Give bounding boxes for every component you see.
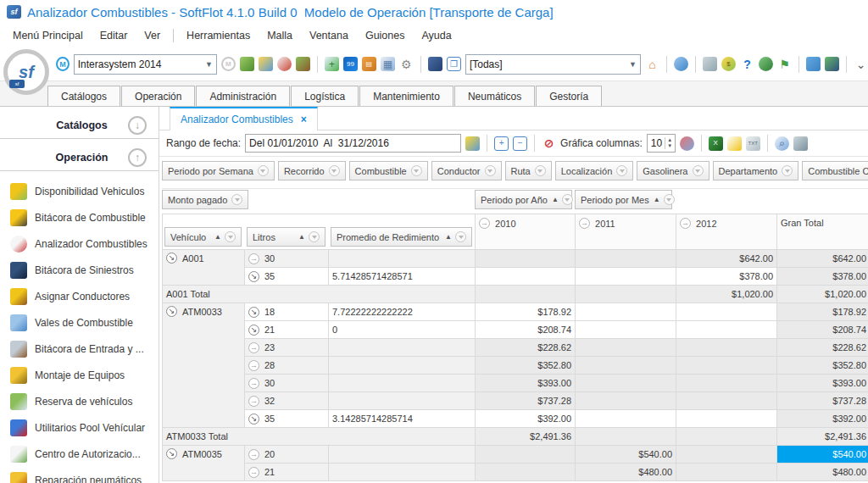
field-chip-monto-pagado[interactable]: Monto pagado [162,190,248,209]
filter-funnel-icon[interactable] [231,194,242,205]
pivot-value-cell-2012[interactable]: $642.00 [676,250,777,268]
pivot-value-cell-2011[interactable] [576,303,676,321]
pivot-value-cell-2012[interactable] [676,410,777,428]
pivot-litros-cell[interactable]: ↘18 [245,303,329,321]
sidebar-item-bitacora-de-entrada-y[interactable]: Bitácora de Entrada y ... [10,336,159,362]
pivot-value-cell-2010[interactable] [476,446,576,464]
tab-analizador-combustibles[interactable]: Analizador Combustibles × [170,107,318,130]
pivot-value-cell-2011[interactable] [576,357,676,375]
sidebar-section-catalogos[interactable]: Catálogos ↓ [0,112,159,139]
close-icon[interactable]: × [301,114,307,125]
help-icon[interactable]: ? [740,57,754,71]
settings-gear-icon[interactable]: ⚙ [399,57,414,71]
pivot-value-cell-gran-total[interactable]: $208.74 [777,321,868,339]
collapse-all-icon[interactable]: − [513,136,527,151]
pivot-total-cell-2012[interactable] [676,428,777,446]
field-chip-conductor[interactable]: Conductor [431,161,502,180]
pivot-value-cell-2011[interactable] [576,321,676,339]
pivot-vehicle-cell-atm0033[interactable]: ↘ATM0033 [163,303,245,428]
pivot-value-cell-2011[interactable] [576,268,676,286]
pivot-value-cell-gran-total[interactable]: $480.00 [777,464,868,481]
expand-icon[interactable]: → [248,467,259,478]
dashboard-gauge-icon[interactable] [277,57,292,71]
sidebar-item-disponibilidad-vehiculos[interactable]: Disponibilidad Vehiculos [10,178,159,204]
pivot-litros-cell[interactable]: →30 [245,375,329,392]
filter-funnel-icon[interactable] [562,194,573,205]
pivot-litros-cell[interactable]: →30 [245,250,329,268]
pivot-total-cell-gran-total[interactable]: $2,491.36 [777,428,868,446]
collapse-icon[interactable]: ↘ [166,448,177,459]
coins-icon[interactable]: $ [721,57,736,71]
expand-icon[interactable]: → [248,378,259,389]
pivot-value-cell-gran-total[interactable]: $178.92 [777,303,868,321]
globe-icon[interactable] [674,57,688,71]
pivot-promedio-cell[interactable] [329,357,476,375]
sidebar-item-reserva-de-vehiculos[interactable]: Reserva de vehículos [10,388,159,414]
filter-select[interactable]: [Todas] ▼ [465,54,641,75]
home-icon[interactable]: ⌂ [645,57,659,71]
image-export-icon[interactable] [727,136,742,151]
pivot-value-cell-2012[interactable] [676,357,777,375]
clipboard-icon[interactable]: ▤ [362,57,376,71]
expand-icon[interactable]: → [248,396,259,407]
filter-funnel-icon[interactable] [258,165,269,176]
chevron-down-circle-icon[interactable]: ↓ [128,116,147,135]
cancel-refresh-icon[interactable]: ⊘ [542,136,556,151]
sidebar-item-montaje-de-equipos[interactable]: Montaje de Equipos [10,362,159,388]
pivot-litros-cell[interactable]: →20 [245,446,329,464]
expand-icon[interactable]: → [680,218,691,229]
txt-export-icon[interactable]: TXT [746,136,760,151]
pivot-value-cell-2010[interactable]: $228.62 [476,339,576,357]
ribbon-tab-administracion[interactable]: Administración [196,86,290,106]
filter-funnel-icon[interactable] [309,231,320,242]
pivot-total-cell-2012[interactable]: $1,020.00 [676,286,777,303]
pivot-value-cell-2012[interactable] [676,375,777,392]
filter-funnel-icon[interactable] [329,165,340,176]
pivot-column-header-2010[interactable]: →2010 [476,214,576,250]
menu-item-ver[interactable]: Ver [136,27,168,44]
collapse-icon[interactable]: ↘ [248,414,259,425]
sidebar-item-bitacora-de-siniestros[interactable]: Bitácora de Siniestros [10,257,159,283]
m-badge-disabled-icon[interactable]: M [221,57,236,71]
sidebar-item-analizador-combustibles[interactable]: Analizador Combustibles [10,230,159,257]
numbers-99-icon[interactable]: 99 [343,57,358,71]
filter-funnel-icon[interactable] [693,165,704,176]
expand-icon[interactable]: → [248,449,259,460]
bug-icon[interactable] [759,57,773,71]
field-chip-localizacion[interactable]: Localización [555,161,634,180]
filter-funnel-icon[interactable] [225,231,236,242]
pivot-value-cell-gran-total[interactable]: $352.80 [777,357,868,375]
pivot-total-cell-gran-total[interactable]: $1,020.00 [777,286,868,303]
pivot-litros-cell[interactable]: ↘35 [245,410,329,428]
field-chip-promedio-de-redimiento[interactable]: Promedio de Redimiento▲ [331,227,472,247]
picture-icon[interactable] [259,57,273,71]
pivot-promedio-cell[interactable] [329,375,476,392]
pivot-litros-cell[interactable]: ↘35 [245,268,329,286]
pivot-column-header-2011[interactable]: →2011 [576,214,676,250]
pivot-value-cell-2012[interactable] [676,321,777,339]
pivot-value-cell-2010[interactable]: $392.00 [476,410,576,428]
expand-icon[interactable]: → [579,218,590,229]
pivot-value-cell-2010[interactable] [476,250,576,268]
users-icon[interactable] [296,57,310,71]
ribbon-tab-neumaticos[interactable]: Neumáticos [454,86,535,106]
pivot-value-cell-2011[interactable] [576,250,676,268]
menu-item-menu-principal[interactable]: Menú Principal [5,27,91,44]
ribbon-tab-operacion[interactable]: Operación [121,86,195,106]
field-chip-periodo-por-semana[interactable]: Periodo por Semana [162,161,275,180]
pivot-promedio-cell[interactable] [329,464,476,481]
new-report-icon[interactable]: + [325,57,339,71]
pivot-litros-cell[interactable]: →32 [245,392,329,410]
filter-funnel-icon[interactable] [485,165,496,176]
exit-icon[interactable] [825,57,839,71]
ribbon-tab-gestoria[interactable]: Gestoría [536,86,602,106]
field-chip-combustible-clase[interactable]: Combustible Clase [802,161,868,180]
sidebar-section-operacion[interactable]: Operación ↑ [0,144,159,171]
sidebar-item-centro-de-autorizacio[interactable]: Centro de Autorizacio... [10,441,159,467]
sidebar-item-vales-de-combustible[interactable]: Vales de Combustible [10,309,159,336]
expand-all-icon[interactable]: + [494,136,509,151]
field-chip-vehiculo[interactable]: Vehículo▲ [164,227,242,247]
field-chip-ruta[interactable]: Ruta [505,161,552,180]
field-chip-recorrido[interactable]: Recorrido [278,161,346,180]
filter-funnel-icon[interactable] [616,165,627,176]
